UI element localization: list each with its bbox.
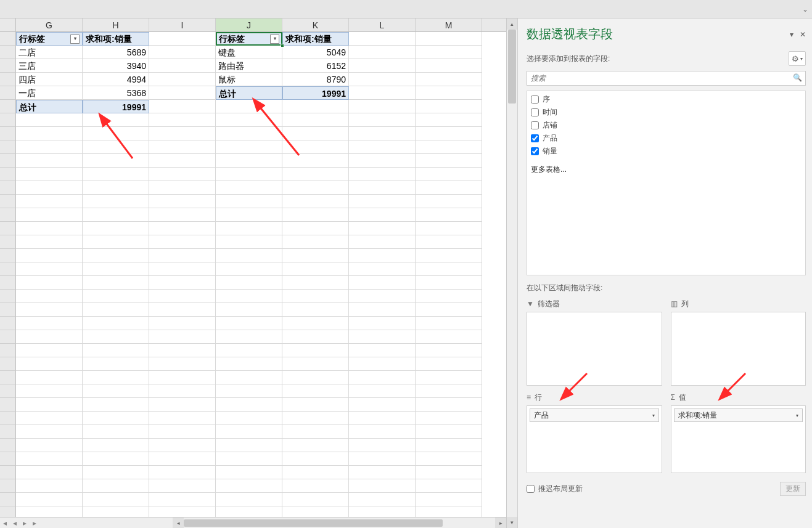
cell[interactable] [349,439,416,452]
cell[interactable] [149,113,216,127]
row-header[interactable] [0,73,16,86]
row-header[interactable] [0,208,16,222]
tab-nav-next-icon[interactable]: ▸ [20,518,30,529]
pivot-row-label[interactable]: 路由器 [216,59,282,73]
cell[interactable] [416,439,482,452]
cell[interactable] [282,357,349,371]
cell[interactable] [149,195,216,208]
field-checkbox[interactable] [531,147,539,155]
cell[interactable] [349,479,416,493]
cell[interactable] [416,317,482,330]
cell[interactable] [149,398,216,412]
cell[interactable] [149,479,216,493]
cell[interactable] [282,479,349,493]
cell[interactable] [282,249,349,262]
cell[interactable] [16,357,83,371]
cell[interactable] [16,344,83,357]
cell[interactable] [16,371,83,384]
cell[interactable] [83,168,149,181]
cell[interactable] [149,384,216,398]
cell[interactable] [282,493,349,506]
cell[interactable] [282,140,349,154]
row-header[interactable] [0,154,16,168]
cell[interactable] [349,208,416,222]
cell[interactable] [83,357,149,371]
cell[interactable] [149,154,216,168]
cell[interactable] [16,439,83,452]
col-header[interactable]: K [282,18,349,31]
pivot-row-value[interactable]: 5049 [282,46,349,59]
cell[interactable] [349,140,416,154]
cell[interactable] [416,384,482,398]
row-header[interactable] [0,140,16,154]
col-header[interactable]: I [149,18,216,31]
cell[interactable] [416,357,482,371]
cell[interactable] [282,506,349,517]
cell[interactable] [416,235,482,249]
cell[interactable] [282,344,349,357]
cell[interactable] [416,208,482,222]
panel-menu-icon[interactable]: ▾ [790,30,794,39]
cell[interactable] [216,412,282,425]
cell[interactable] [282,222,349,235]
cell[interactable] [416,32,482,46]
cell[interactable] [349,181,416,195]
cell[interactable] [282,127,349,140]
cell[interactable] [282,208,349,222]
cell[interactable] [16,276,83,290]
cell[interactable] [349,317,416,330]
cell[interactable] [349,398,416,412]
field-checkbox[interactable] [531,108,539,116]
row-header[interactable] [0,506,16,517]
row-header[interactable] [0,113,16,127]
cell[interactable] [282,276,349,290]
cell[interactable] [83,113,149,127]
row-header[interactable] [0,479,16,493]
row-header[interactable] [0,493,16,506]
cell[interactable] [416,398,482,412]
cell[interactable] [16,168,83,181]
pivot-row-label[interactable]: 三店 [16,59,83,73]
cell[interactable] [83,493,149,506]
cell[interactable] [16,113,83,127]
cell[interactable] [416,249,482,262]
cell[interactable] [349,235,416,249]
row-header[interactable] [0,344,16,357]
cell[interactable] [16,398,83,412]
cell[interactable] [216,127,282,140]
formula-bar[interactable]: ⌄ [0,0,812,18]
row-header[interactable] [0,262,16,276]
scroll-left-icon[interactable]: ◂ [173,518,184,529]
cell[interactable] [83,439,149,452]
cell[interactable] [149,371,216,384]
horizontal-scrollbar[interactable]: ◂ ▸ [173,518,506,528]
hscroll-thumb[interactable] [184,519,443,527]
cell[interactable] [282,181,349,195]
cell[interactable] [416,140,482,154]
cell[interactable] [349,249,416,262]
cell[interactable] [349,425,416,439]
cell[interactable] [349,357,416,371]
cell[interactable] [416,154,482,168]
chevron-down-icon[interactable]: ▾ [652,413,655,418]
cell[interactable] [16,330,83,344]
cell[interactable] [149,46,216,59]
row-header[interactable] [0,371,16,384]
cell[interactable] [349,506,416,517]
cell[interactable] [16,452,83,466]
cell[interactable] [349,127,416,140]
cell[interactable] [416,168,482,181]
cell[interactable] [282,235,349,249]
cell[interactable] [282,371,349,384]
tab-nav-last-icon[interactable]: ▸ [30,518,39,529]
defer-checkbox-input[interactable] [527,485,535,493]
cell[interactable] [16,317,83,330]
field-checkbox[interactable] [531,134,539,142]
cell[interactable] [216,452,282,466]
pivot-row-label[interactable]: 鼠标 [216,73,282,86]
row-header[interactable] [0,439,16,452]
cell[interactable] [416,113,482,127]
pivot-total-value[interactable]: 19991 [282,86,349,100]
cell[interactable] [83,262,149,276]
cell[interactable] [83,276,149,290]
